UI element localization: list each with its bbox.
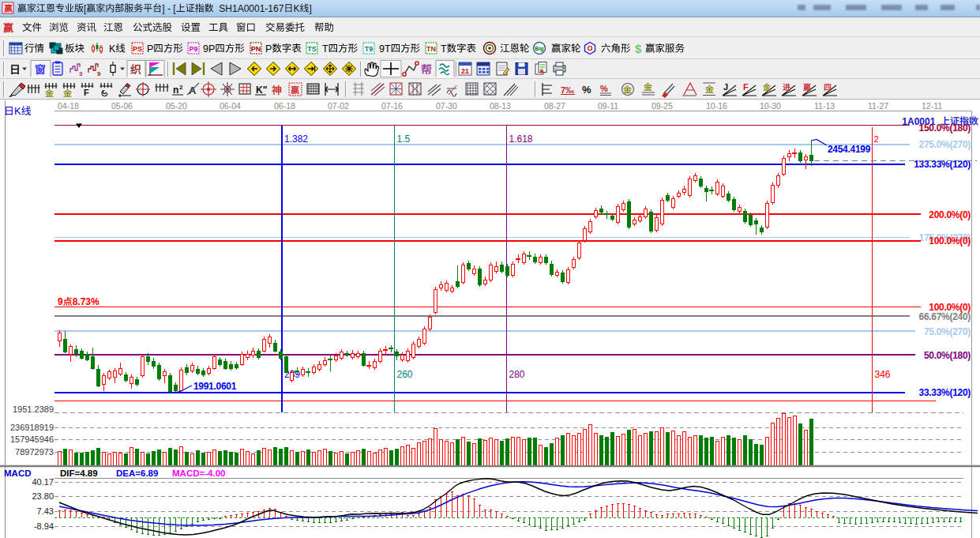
svg-text:Big: Big [535, 46, 543, 52]
svg-text:9: 9 [58, 296, 63, 307]
svg-text:TN: TN [426, 45, 436, 53]
svg-text:157945946: 157945946 [10, 435, 54, 444]
svg-text:78972973: 78972973 [15, 447, 54, 457]
svg-text:2454.4199: 2454.4199 [828, 144, 871, 155]
svg-text:75.0%(270): 75.0%(270) [924, 326, 971, 337]
svg-text:21: 21 [461, 67, 469, 75]
svg-text:F: F [84, 88, 89, 97]
svg-text:P9: P9 [189, 45, 197, 53]
svg-text:10-16: 10-16 [706, 101, 727, 111]
svg-text:12-11: 12-11 [922, 101, 942, 111]
svg-text:1.382: 1.382 [284, 134, 308, 145]
svg-text:MACD=-4.00: MACD=-4.00 [172, 468, 225, 478]
svg-text:PN: PN [251, 45, 261, 53]
svg-text:K: K [109, 43, 116, 55]
svg-text:10-30: 10-30 [760, 101, 781, 111]
svg-text:PS: PS [133, 45, 142, 53]
svg-text:07-16: 07-16 [381, 101, 403, 111]
svg-text:-: - [167, 3, 171, 14]
svg-text:9T: 9T [379, 43, 391, 55]
svg-text:04-18: 04-18 [58, 101, 79, 111]
svg-text:11-27: 11-27 [868, 101, 888, 111]
svg-text:n: n [173, 85, 178, 96]
svg-text:09-25: 09-25 [651, 101, 673, 111]
svg-text:DEA=6.89: DEA=6.89 [116, 468, 158, 478]
svg-text:260: 260 [397, 369, 413, 380]
svg-text:F: F [743, 82, 749, 92]
svg-text:MACD: MACD [4, 468, 32, 478]
svg-text:1.618: 1.618 [509, 134, 533, 145]
svg-text:33.33%(120): 33.33%(120) [919, 387, 971, 398]
svg-text:9P: 9P [203, 43, 215, 55]
svg-text:TS: TS [307, 45, 317, 53]
svg-text:06-04: 06-04 [220, 101, 241, 111]
svg-text:T9: T9 [365, 45, 374, 53]
svg-text:P: P [265, 43, 272, 55]
svg-text:DIF=4.89: DIF=4.89 [60, 468, 98, 478]
svg-text:08-27: 08-27 [544, 101, 565, 111]
svg-text:05-20: 05-20 [166, 101, 187, 111]
svg-text:]: ] [162, 3, 164, 14]
svg-text:23.80: 23.80 [32, 491, 54, 501]
svg-text:T: T [322, 43, 329, 55]
svg-text:J: J [723, 82, 728, 92]
svg-text:8.73%: 8.73% [73, 296, 100, 307]
svg-text:50.0%(180): 50.0%(180) [924, 350, 971, 361]
svg-text:3: 3 [79, 70, 83, 77]
svg-text:K: K [293, 3, 299, 14]
svg-text:1951.2389: 1951.2389 [13, 404, 54, 414]
svg-text:09-11: 09-11 [598, 101, 618, 111]
svg-text:11-13: 11-13 [814, 101, 835, 111]
svg-text:9: 9 [97, 70, 101, 77]
svg-text:66.67%(240): 66.67%(240) [919, 311, 971, 322]
svg-text:K: K [14, 105, 21, 117]
svg-text:1991.0601: 1991.0601 [193, 381, 237, 392]
svg-text:K": K" [256, 85, 267, 96]
svg-text:%: % [600, 84, 608, 93]
svg-text:1.5: 1.5 [397, 134, 411, 145]
svg-text:150.0%(180): 150.0%(180) [919, 122, 971, 134]
svg-text:7.43: 7.43 [37, 506, 54, 516]
svg-text:06-18: 06-18 [274, 101, 295, 111]
svg-text:100.0%(0): 100.0%(0) [929, 235, 971, 246]
svg-text:07-30: 07-30 [436, 101, 457, 111]
svg-text:200.0%(0): 200.0%(0) [929, 209, 971, 220]
svg-text:-8.94: -8.94 [34, 521, 54, 531]
svg-text:T: T [441, 43, 447, 55]
svg-text:280: 280 [509, 369, 525, 380]
svg-text:275.0%(270): 275.0%(270) [919, 139, 971, 150]
svg-text:SH1A0001-167: SH1A0001-167 [219, 3, 283, 14]
svg-text:P: P [147, 43, 153, 55]
svg-text:40.17: 40.17 [32, 477, 54, 487]
svg-text:05-06: 05-06 [111, 101, 133, 111]
svg-text:$: $ [635, 42, 642, 55]
svg-text:]: ] [309, 3, 311, 14]
svg-text:08-13: 08-13 [490, 101, 511, 111]
svg-text:7‰: 7‰ [561, 85, 574, 95]
svg-text:2: 2 [874, 134, 879, 144]
svg-text:346: 346 [875, 369, 891, 380]
svg-text:2: 2 [179, 84, 183, 91]
svg-text:07-02: 07-02 [328, 101, 349, 111]
svg-text:%: % [582, 84, 591, 96]
svg-text:236918919: 236918919 [10, 423, 54, 432]
